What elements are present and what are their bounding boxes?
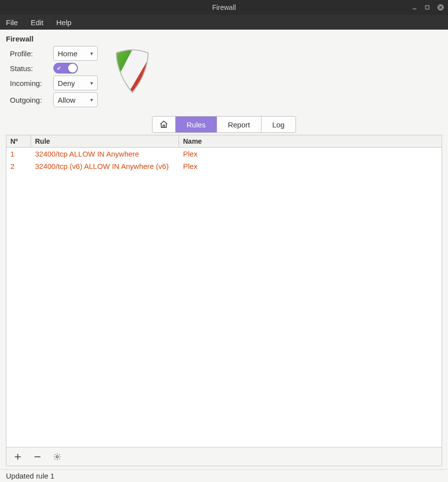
- settings-area: Profile: Home ▾ Status: ✔ Incoming: Deny…: [6, 46, 442, 107]
- toggle-knob: [68, 64, 77, 73]
- add-rule-button[interactable]: [13, 452, 22, 461]
- profile-value: Home: [58, 49, 77, 58]
- window-controls: [411, 4, 444, 11]
- tab-rules[interactable]: Rules: [176, 117, 217, 132]
- menubar: File Edit Help: [0, 15, 448, 30]
- status-text: Updated rule 1: [6, 472, 54, 480]
- cell-no: 2: [6, 160, 31, 172]
- incoming-select[interactable]: Deny ▾: [53, 76, 98, 90]
- tab-home[interactable]: [152, 117, 176, 132]
- gear-icon: [53, 453, 61, 461]
- table-row[interactable]: 1 32400/tcp ALLOW IN Anywhere Plex: [6, 148, 442, 160]
- window-title: Firewall: [0, 3, 448, 11]
- minimize-button[interactable]: [411, 4, 417, 10]
- minus-icon: [34, 453, 41, 460]
- home-icon: [159, 120, 168, 129]
- check-icon: ✔: [57, 66, 61, 71]
- tabs-container: Rules Report Log: [6, 116, 442, 133]
- profile-label: Profile:: [10, 49, 49, 58]
- menu-edit[interactable]: Edit: [29, 17, 45, 28]
- shield-icon: [112, 48, 152, 95]
- chevron-down-icon: ▾: [90, 80, 93, 86]
- content: Firewall Profile: Home ▾ Status: ✔ Incom…: [0, 30, 448, 466]
- svg-point-11: [56, 455, 58, 457]
- menu-help[interactable]: Help: [54, 17, 74, 28]
- incoming-label: Incoming:: [10, 79, 49, 87]
- cell-rule: 32400/tcp (v6) ALLOW IN Anywhere (v6): [31, 160, 179, 172]
- section-heading: Firewall: [6, 35, 442, 43]
- table-body[interactable]: 1 32400/tcp ALLOW IN Anywhere Plex 2 324…: [6, 148, 442, 447]
- maximize-button[interactable]: [424, 4, 430, 10]
- chevron-down-icon: ▾: [90, 50, 93, 57]
- cell-no: 1: [6, 148, 31, 160]
- outgoing-value: Allow: [58, 96, 75, 104]
- remove-rule-button[interactable]: [33, 452, 42, 461]
- col-header-no[interactable]: Nº: [6, 135, 31, 147]
- cell-name: Plex: [179, 160, 442, 172]
- col-header-name[interactable]: Name: [179, 135, 442, 147]
- outgoing-select[interactable]: Allow ▾: [53, 92, 98, 107]
- status-toggle[interactable]: ✔: [53, 63, 78, 74]
- cell-name: Plex: [179, 148, 442, 160]
- table-row[interactable]: 2 32400/tcp (v6) ALLOW IN Anywhere (v6) …: [6, 160, 442, 172]
- table-header: Nº Rule Name: [6, 135, 442, 148]
- edit-rule-button[interactable]: [53, 452, 62, 461]
- tab-log[interactable]: Log: [261, 117, 296, 132]
- menu-file[interactable]: File: [4, 17, 20, 28]
- rules-toolbar: [6, 447, 442, 466]
- plus-icon: [14, 453, 21, 460]
- status-label: Status:: [10, 64, 49, 73]
- svg-rect-1: [426, 6, 429, 9]
- chevron-down-icon: ▾: [90, 97, 93, 103]
- statusbar: Updated rule 1: [0, 469, 448, 482]
- cell-rule: 32400/tcp ALLOW IN Anywhere: [31, 148, 179, 160]
- outgoing-label: Outgoing:: [10, 96, 49, 104]
- tab-report[interactable]: Report: [217, 117, 261, 132]
- close-button[interactable]: [437, 4, 444, 11]
- tabs: Rules Report Log: [152, 116, 296, 133]
- incoming-value: Deny: [58, 79, 75, 87]
- titlebar: Firewall: [0, 0, 448, 15]
- rules-table: Nº Rule Name 1 32400/tcp ALLOW IN Anywhe…: [6, 135, 442, 447]
- profile-select[interactable]: Home ▾: [53, 46, 98, 61]
- col-header-rule[interactable]: Rule: [31, 135, 179, 147]
- settings-form: Profile: Home ▾ Status: ✔ Incoming: Deny…: [10, 46, 98, 107]
